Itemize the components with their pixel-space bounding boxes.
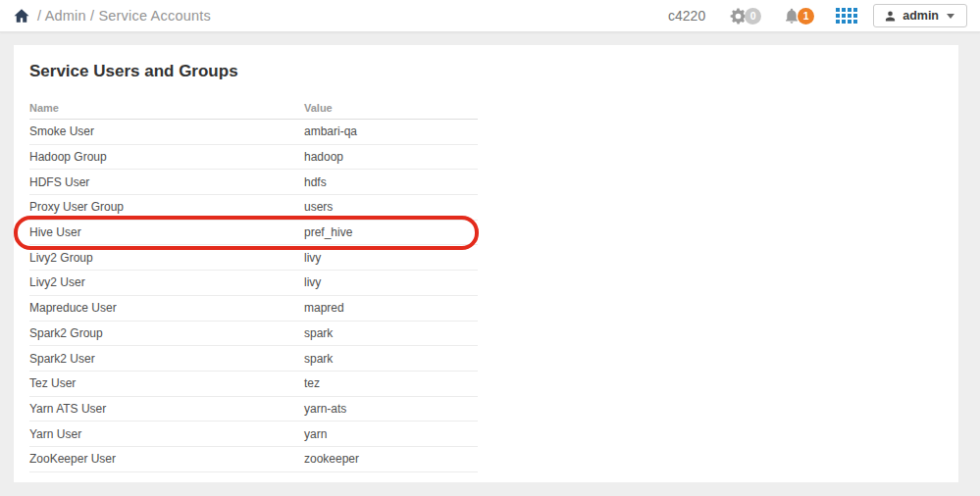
- table-row: Spark2 Userspark: [29, 346, 478, 372]
- user-menu-label: admin: [903, 9, 939, 23]
- table-row: Spark2 Groupspark: [29, 322, 478, 347]
- row-name: Mapreduce User: [29, 301, 304, 315]
- row-name: HDFS User: [29, 175, 304, 189]
- table-row: Yarn Useryarn: [29, 422, 478, 447]
- table-row: Hive Userpref_hive: [29, 221, 478, 246]
- alerts-count-badge: 1: [798, 8, 814, 25]
- row-value: livy: [304, 251, 478, 265]
- views-grid-icon[interactable]: [836, 8, 857, 24]
- content-card: Service Users and Groups Name Value Smok…: [14, 45, 958, 482]
- row-name: Livy2 User: [29, 275, 304, 289]
- table-header-row: Name Value: [29, 96, 478, 120]
- table-row: Proxy User Groupusers: [29, 195, 478, 221]
- table-row: Mapreduce Usermapred: [29, 296, 478, 322]
- service-accounts-table: Name Value Smoke Userambari-qaHadoop Gro…: [29, 96, 478, 472]
- row-value: spark: [304, 352, 478, 366]
- row-value: ambari-qa: [304, 124, 478, 138]
- row-name: Proxy User Group: [29, 200, 304, 214]
- column-header-name: Name: [29, 102, 304, 114]
- row-value: livy: [304, 275, 478, 289]
- row-name: Hadoop Group: [29, 150, 304, 164]
- row-value: spark: [304, 326, 478, 340]
- user-menu-button[interactable]: admin: [873, 4, 967, 27]
- top-nav-bar: / Admin / Service Accounts c4220 0 1: [0, 0, 980, 32]
- cluster-name: c4220: [668, 8, 705, 24]
- row-value: hadoop: [304, 150, 478, 164]
- user-icon: [884, 10, 897, 23]
- table-row: ZooKeeper Userzookeeper: [29, 447, 478, 472]
- breadcrumb[interactable]: / Admin / Service Accounts: [37, 8, 211, 24]
- home-icon[interactable]: [13, 7, 30, 25]
- alerts-button[interactable]: 1: [783, 7, 814, 25]
- row-value: zookeeper: [304, 452, 478, 466]
- row-name: Smoke User: [29, 124, 304, 138]
- operations-count-badge: 0: [745, 8, 761, 25]
- page-title: Service Users and Groups: [29, 57, 943, 82]
- row-value: yarn: [304, 427, 478, 441]
- table-row: Yarn ATS Useryarn-ats: [29, 397, 478, 422]
- row-name: Yarn User: [29, 427, 304, 441]
- table-row: Tez Usertez: [29, 372, 478, 397]
- table-row: Livy2 Userlivy: [29, 271, 478, 296]
- table-row: HDFS Userhdfs: [29, 170, 478, 195]
- row-value: yarn-ats: [304, 402, 478, 416]
- table-row: Livy2 Grouplivy: [29, 245, 478, 271]
- table-row: Smoke Userambari-qa: [29, 120, 478, 145]
- row-name: ZooKeeper User: [29, 452, 304, 466]
- column-header-value: Value: [304, 102, 478, 114]
- table-row: Hadoop Grouphadoop: [29, 145, 478, 171]
- row-name: Tez User: [29, 376, 304, 390]
- row-name: Hive User: [29, 225, 304, 239]
- row-name: Yarn ATS User: [29, 402, 304, 416]
- background-operations-button[interactable]: 0: [729, 7, 761, 25]
- row-value: hdfs: [304, 175, 478, 189]
- table-rows: Smoke Userambari-qaHadoop GrouphadoopHDF…: [29, 120, 478, 472]
- row-value: users: [304, 200, 478, 214]
- row-name: Livy2 Group: [29, 251, 304, 265]
- row-name: Spark2 User: [29, 352, 304, 366]
- row-name: Spark2 Group: [29, 326, 304, 340]
- caret-down-icon: [947, 14, 954, 19]
- row-value: mapred: [304, 301, 478, 315]
- row-value: tez: [304, 376, 478, 390]
- row-value: pref_hive: [304, 225, 478, 239]
